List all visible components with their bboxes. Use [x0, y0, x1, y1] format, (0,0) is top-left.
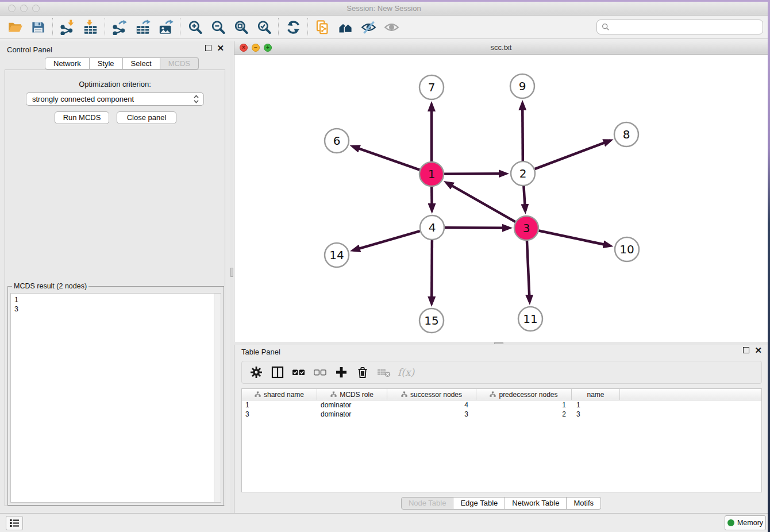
graph-node-4[interactable]: 4: [420, 215, 444, 240]
minimize-window-button[interactable]: [20, 5, 28, 12]
cell-name[interactable]: 1: [572, 400, 620, 410]
column-header-shared-name[interactable]: shared name: [242, 389, 317, 400]
graph-edge-3-10[interactable]: [539, 231, 610, 246]
cell-name[interactable]: 3: [572, 410, 620, 419]
cell-shared-name[interactable]: 1: [242, 400, 317, 410]
import-network-button[interactable]: [56, 17, 79, 37]
maximize-window-button[interactable]: [32, 5, 40, 12]
result-scrollbar[interactable]: [214, 294, 221, 502]
tab-style[interactable]: Style: [90, 57, 123, 70]
graph-edge-3-1[interactable]: [446, 183, 515, 222]
import-table-button[interactable]: [79, 17, 102, 37]
network-close-button[interactable]: ×: [240, 44, 248, 52]
graph-node-10[interactable]: 10: [615, 237, 639, 261]
mcds-result-area[interactable]: 1 3: [10, 293, 221, 503]
graph-edge-4-3[interactable]: [445, 228, 509, 228]
optimization-criterion-select[interactable]: strongly connected component: [26, 92, 204, 106]
show-all-button[interactable]: [380, 17, 403, 37]
zoom-in-button[interactable]: [183, 17, 206, 37]
tab-network[interactable]: Network: [45, 57, 90, 70]
run-mcds-button[interactable]: Run MCDS: [55, 111, 109, 124]
graph-node-14[interactable]: 14: [325, 243, 349, 267]
save-session-button[interactable]: [26, 17, 49, 37]
zoom-selected-button[interactable]: [252, 17, 275, 37]
tab-node-table[interactable]: Node Table: [401, 497, 454, 510]
function-builder-button[interactable]: f(x): [396, 364, 414, 381]
delete-table-button[interactable]: [375, 364, 392, 381]
graph-node-9[interactable]: 9: [510, 74, 534, 98]
memory-button[interactable]: Memory: [725, 515, 766, 530]
export-network-button[interactable]: [108, 17, 131, 37]
network-window-titlebar[interactable]: × − + scc.txt: [234, 41, 768, 55]
graph-node-7[interactable]: 7: [419, 75, 444, 99]
hide-selected-button[interactable]: [357, 17, 380, 37]
network-minimize-button[interactable]: −: [252, 44, 260, 52]
tab-edge-table[interactable]: Edge Table: [453, 497, 505, 510]
graph-edge-1-6[interactable]: [353, 147, 419, 170]
first-neighbors-button[interactable]: [334, 17, 357, 37]
cell-successor-nodes[interactable]: 4: [387, 400, 476, 410]
graph-node-15[interactable]: 15: [419, 309, 444, 333]
create-column-button[interactable]: [333, 364, 350, 381]
toggle-panel-layout-button[interactable]: [269, 364, 286, 381]
graph-node-11[interactable]: 11: [518, 307, 542, 331]
cell-successor-nodes[interactable]: 3: [387, 410, 476, 419]
cell-shared-name[interactable]: 3: [242, 410, 317, 419]
column-header-successor-nodes[interactable]: successor nodes: [387, 389, 476, 400]
graph-node-8[interactable]: 8: [614, 122, 638, 147]
float-panel-icon[interactable]: [743, 347, 749, 353]
network-view-window: × − + scc.txt 7968124314101511: [234, 41, 768, 342]
table-settings-button[interactable]: [248, 364, 265, 381]
graph-node-2[interactable]: 2: [511, 161, 535, 186]
node-table[interactable]: shared name MCDS role successor nodes pr…: [241, 388, 762, 492]
graph-edge-4-15[interactable]: [432, 240, 432, 303]
network-canvas[interactable]: 7968124314101511: [234, 55, 768, 342]
clone-network-button[interactable]: [311, 17, 334, 37]
network-maximize-button[interactable]: +: [264, 44, 272, 52]
splitter-grip[interactable]: [230, 268, 233, 277]
unselect-all-columns-button[interactable]: [311, 364, 329, 381]
table-row[interactable]: 3 dominator 3 2 3: [242, 410, 761, 419]
table-row[interactable]: 1 dominator 4 1 1: [242, 400, 761, 410]
tab-network-table[interactable]: Network Table: [505, 497, 567, 510]
graph-node-label: 14: [329, 248, 344, 262]
graph-edge-2-8[interactable]: [535, 141, 610, 169]
delete-column-button[interactable]: [354, 364, 371, 381]
graph-edge-4-14[interactable]: [353, 231, 420, 250]
graph-node-1[interactable]: 1: [419, 162, 444, 186]
cell-mcds-role[interactable]: dominator: [317, 400, 387, 410]
cell-predecessor-nodes[interactable]: 2: [476, 410, 572, 419]
task-history-button[interactable]: [6, 516, 23, 530]
close-panel-icon[interactable]: ✕: [754, 347, 762, 353]
tab-motifs[interactable]: Motifs: [567, 497, 601, 510]
network-window-title: scc.txt: [234, 41, 768, 54]
column-header-mcds-role[interactable]: MCDS role: [317, 389, 387, 400]
tab-mcds[interactable]: MCDS: [160, 57, 199, 70]
open-session-button[interactable]: [3, 17, 26, 37]
graph-edge-2-9[interactable]: [522, 103, 523, 161]
column-header-name[interactable]: name: [572, 389, 620, 400]
search-input[interactable]: [613, 23, 763, 32]
zoom-out-button[interactable]: [206, 17, 229, 37]
export-image-button[interactable]: [154, 17, 177, 37]
cell-predecessor-nodes[interactable]: 1: [476, 400, 572, 410]
close-panel-icon[interactable]: ✕: [217, 45, 224, 51]
splitter-grip[interactable]: [494, 342, 503, 344]
vertical-splitter[interactable]: [230, 41, 234, 513]
graph-node-6[interactable]: 6: [325, 129, 349, 153]
apply-layout-button[interactable]: [282, 17, 305, 37]
tab-select[interactable]: Select: [123, 57, 160, 70]
export-table-button[interactable]: [131, 17, 154, 37]
close-window-button[interactable]: [8, 5, 16, 12]
zoom-fit-button[interactable]: [229, 17, 252, 37]
graph-edge-2-3[interactable]: [523, 186, 525, 211]
graph-node-3[interactable]: 3: [514, 216, 538, 240]
close-panel-button[interactable]: Close panel: [117, 111, 176, 124]
column-header-predecessor-nodes[interactable]: predecessor nodes: [476, 389, 572, 400]
cell-mcds-role[interactable]: dominator: [317, 410, 387, 419]
search-field[interactable]: [596, 20, 763, 34]
float-panel-icon[interactable]: [205, 45, 211, 51]
select-all-columns-button[interactable]: [290, 364, 307, 381]
graph-edge-3-11[interactable]: [527, 241, 530, 302]
graph-edge-1-2[interactable]: [444, 174, 506, 174]
